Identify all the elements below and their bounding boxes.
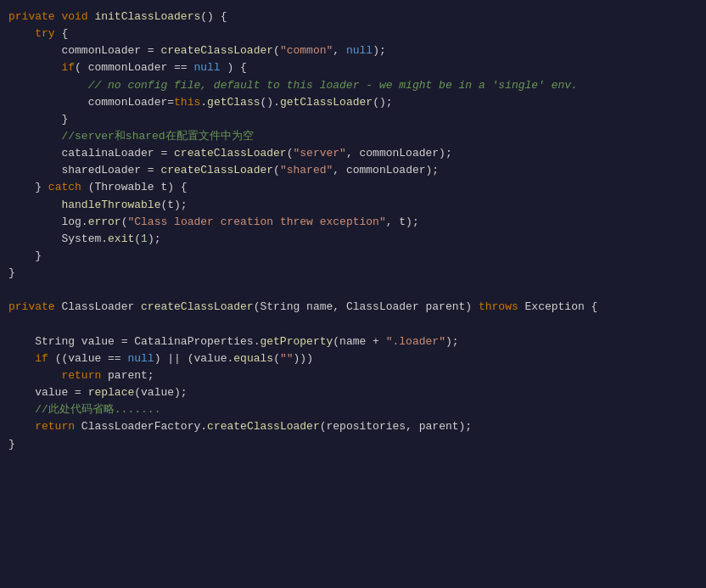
code-line: private ClassLoader createClassLoader(St… bbox=[0, 299, 706, 316]
code-line: //server和shared在配置文件中为空 bbox=[0, 128, 706, 145]
code-line: if( commonLoader == null ) { bbox=[0, 59, 706, 76]
code-line: //此处代码省略....... bbox=[0, 401, 706, 418]
code-line: handleThrowable(t); bbox=[0, 197, 706, 214]
code-line: } bbox=[0, 265, 706, 282]
code-line: if ((value == null) || (value.equals("")… bbox=[0, 350, 706, 367]
code-line: log.error("Class loader creation threw e… bbox=[0, 214, 706, 231]
code-line: } catch (Throwable t) { bbox=[0, 179, 706, 196]
code-viewer: private void initClassLoaders() { try { … bbox=[0, 0, 706, 588]
code-line: } bbox=[0, 436, 706, 453]
code-line: commonLoader=this.getClass().getClassLoa… bbox=[0, 94, 706, 111]
code-line-empty bbox=[0, 316, 706, 333]
code-line: System.exit(1); bbox=[0, 231, 706, 248]
code-line: sharedLoader = createClassLoader("shared… bbox=[0, 162, 706, 179]
code-line-empty bbox=[0, 282, 706, 299]
code-line: } bbox=[0, 111, 706, 128]
code-line: try { bbox=[0, 25, 706, 42]
code-line: commonLoader = createClassLoader("common… bbox=[0, 42, 706, 59]
code-line: // no config file, default to this loade… bbox=[0, 77, 706, 94]
code-line: value = replace(value); bbox=[0, 384, 706, 401]
code-line: private void initClassLoaders() { bbox=[0, 8, 706, 25]
code-line: String value = CatalinaProperties.getPro… bbox=[0, 333, 706, 350]
code-line: catalinaLoader = createClassLoader("serv… bbox=[0, 145, 706, 162]
code-line: return parent; bbox=[0, 367, 706, 384]
code-line: return ClassLoaderFactory.createClassLoa… bbox=[0, 418, 706, 435]
code-line: } bbox=[0, 248, 706, 265]
